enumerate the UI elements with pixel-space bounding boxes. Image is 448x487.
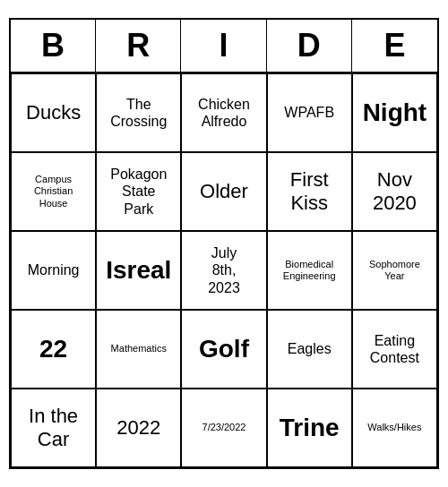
bingo-cell-0: Ducks xyxy=(11,73,96,152)
bingo-cell-5: Campus Christian House xyxy=(11,152,96,231)
bingo-cell-4: Night xyxy=(352,73,437,152)
bingo-cell-24: Walks/Hikes xyxy=(352,389,437,467)
bingo-card: BRIDE DucksThe CrossingChicken AlfredoWP… xyxy=(9,18,439,469)
header-letter-R: R xyxy=(96,20,181,72)
cell-text-6: Pokagon State Park xyxy=(110,166,167,218)
cell-text-4: Night xyxy=(363,98,427,128)
bingo-cell-19: Eating Contest xyxy=(352,310,437,389)
bingo-cell-8: First Kiss xyxy=(267,152,352,231)
bingo-cell-11: Isreal xyxy=(96,231,181,310)
cell-text-22: 7/23/2022 xyxy=(202,422,246,433)
cell-text-20: In the Car xyxy=(29,405,78,452)
header-letter-I: I xyxy=(181,20,266,72)
cell-text-23: Trine xyxy=(280,413,340,443)
cell-text-10: Morning xyxy=(28,261,80,278)
cell-text-19: Eating Contest xyxy=(370,332,419,366)
cell-text-8: First Kiss xyxy=(290,168,329,216)
cell-text-2: Chicken Alfredo xyxy=(198,96,250,130)
cell-text-12: July 8th, 2023 xyxy=(208,244,240,296)
cell-text-18: Eagles xyxy=(288,340,332,357)
bingo-cell-17: Golf xyxy=(181,310,266,389)
cell-text-14: Sophomore Year xyxy=(369,259,420,282)
bingo-cell-20: In the Car xyxy=(11,389,96,467)
bingo-cell-6: Pokagon State Park xyxy=(96,152,181,231)
bingo-cell-9: Nov 2020 xyxy=(352,152,437,231)
cell-text-7: Older xyxy=(200,180,248,203)
bingo-cell-7: Older xyxy=(181,152,266,231)
header-letter-B: B xyxy=(11,20,96,72)
cell-text-21: 2022 xyxy=(116,416,160,440)
cell-text-15: 22 xyxy=(39,334,67,364)
cell-text-16: Mathematics xyxy=(111,343,167,355)
bingo-cell-10: Morning xyxy=(11,231,96,310)
cell-text-1: The Crossing xyxy=(110,96,167,130)
bingo-cell-22: 7/23/2022 xyxy=(181,389,266,467)
header-letter-E: E xyxy=(352,20,437,72)
bingo-header: BRIDE xyxy=(11,20,437,73)
cell-text-13: Biomedical Engineering xyxy=(283,259,336,282)
header-letter-D: D xyxy=(267,20,352,72)
bingo-cell-14: Sophomore Year xyxy=(352,231,437,310)
bingo-cell-16: Mathematics xyxy=(96,310,181,389)
bingo-cell-21: 2022 xyxy=(96,389,181,467)
bingo-cell-12: July 8th, 2023 xyxy=(181,231,266,310)
cell-text-3: WPAFB xyxy=(284,104,334,121)
bingo-cell-23: Trine xyxy=(267,389,352,467)
cell-text-17: Golf xyxy=(199,334,249,364)
cell-text-24: Walks/Hikes xyxy=(367,422,421,433)
cell-text-5: Campus Christian House xyxy=(34,174,73,209)
bingo-cell-3: WPAFB xyxy=(267,73,352,152)
bingo-cell-1: The Crossing xyxy=(96,73,181,152)
bingo-cell-15: 22 xyxy=(11,310,96,389)
bingo-grid: DucksThe CrossingChicken AlfredoWPAFBNig… xyxy=(11,73,437,467)
cell-text-0: Ducks xyxy=(26,101,81,124)
bingo-cell-18: Eagles xyxy=(267,310,352,389)
bingo-cell-2: Chicken Alfredo xyxy=(181,73,266,152)
cell-text-9: Nov 2020 xyxy=(373,168,417,216)
cell-text-11: Isreal xyxy=(106,255,171,286)
bingo-cell-13: Biomedical Engineering xyxy=(267,231,352,310)
